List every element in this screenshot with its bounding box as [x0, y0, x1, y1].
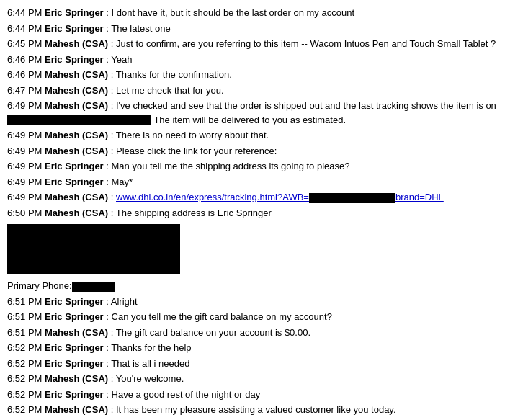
timestamp: 6:49 PM [7, 146, 45, 156]
speaker: Mahesh (CSA) [45, 85, 108, 96]
chat-line: 6:49 PM Mahesh (CSA) : www.dhl.co.in/en/… [7, 190, 498, 205]
timestamp: 6:44 PM [7, 23, 45, 34]
speaker: Eric Springer [45, 177, 104, 187]
speaker: Mahesh (CSA) [45, 100, 108, 111]
chat-line: 6:52 PM Eric Springer : That is all i ne… [7, 357, 498, 371]
message: : www.dhl.co.in/en/express/tracking.html… [108, 192, 444, 202]
chat-line: 6:45 PM Mahesh (CSA) : Just to confirm, … [7, 37, 498, 51]
speaker: Mahesh (CSA) [45, 192, 108, 202]
speaker: Eric Springer [45, 161, 104, 171]
chat-line: 6:50 PM Mahesh (CSA) : The shipping addr… [7, 206, 498, 220]
timestamp: 6:52 PM [7, 389, 45, 400]
speaker: Eric Springer [45, 7, 104, 18]
speaker: Eric Springer [45, 342, 104, 353]
message: : Please click the link for your referen… [108, 146, 277, 156]
phone-line: Primary Phone: [7, 279, 498, 293]
timestamp: 6:47 PM [7, 85, 45, 96]
chat-line: 6:52 PM Eric Springer : Thanks for the h… [7, 341, 498, 355]
speaker: Eric Springer [45, 23, 104, 34]
timestamp: 6:51 PM [7, 296, 45, 307]
message: : Yeah [104, 54, 133, 65]
chat-line: 6:49 PM Mahesh (CSA) : There is no need … [7, 128, 498, 143]
speaker: Mahesh (CSA) [45, 327, 108, 338]
redacted-content [309, 193, 395, 203]
speaker: Eric Springer [45, 311, 104, 322]
chat-line: 6:52 PM Mahesh (CSA) : It has been my pl… [7, 403, 498, 417]
message: : The latest one [104, 23, 171, 34]
chat-line: 6:46 PM Eric Springer : Yeah [7, 53, 498, 67]
message: : You're welcome. [108, 373, 184, 384]
timestamp: 6:52 PM [7, 404, 45, 415]
chat-line: 6:44 PM Eric Springer : I dont have it, … [7, 6, 498, 20]
timestamp: 6:45 PM [7, 38, 45, 49]
speaker: Mahesh (CSA) [45, 373, 108, 384]
chat-line: 6:47 PM Mahesh (CSA) : Let me check that… [7, 84, 498, 98]
message: : There is no need to worry about that. [108, 130, 269, 140]
message: : The gift card balance on your account … [108, 327, 310, 338]
chat-line: 6:49 PM Eric Springer : Man you tell me … [7, 159, 498, 174]
message: : Can you tell me the gift card balance … [104, 311, 332, 322]
tracking-link[interactable]: www.dhl.co.in/en/express/tracking.html?A… [116, 192, 444, 202]
redacted-phone [72, 282, 115, 292]
speaker: Mahesh (CSA) [45, 130, 108, 140]
speaker: Mahesh (CSA) [45, 69, 108, 80]
timestamp: 6:49 PM [7, 192, 45, 202]
message: : I dont have it, but it should be the l… [104, 7, 354, 18]
phone-label: Primary Phone: [7, 280, 72, 291]
item-text: The item will be delivered to you as est… [153, 115, 346, 125]
timestamp: 6:52 PM [7, 373, 45, 384]
timestamp: 6:49 PM [7, 177, 45, 187]
speaker: Mahesh (CSA) [45, 207, 108, 218]
chat-line: 6:51 PM Eric Springer : Can you tell me … [7, 310, 498, 324]
chat-line: 6:49 PM Eric Springer : May* [7, 175, 498, 189]
timestamp: 6:49 PM [7, 130, 45, 140]
chat-line: 6:52 PM Mahesh (CSA) : You're welcome. [7, 372, 498, 386]
chat-line: 6:46 PM Mahesh (CSA) : Thanks for the co… [7, 68, 498, 82]
message: : Have a good rest of the night or day [104, 389, 261, 400]
redacted-address-block [7, 224, 180, 274]
chat-line: 6:49 PM Mahesh (CSA) : I've checked and … [7, 99, 498, 127]
timestamp: 6:50 PM [7, 207, 45, 218]
message: : Man you tell me the shipping address i… [104, 161, 350, 171]
message: : Thanks for the confirmation. [108, 69, 232, 80]
chat-line: 6:51 PM Eric Springer : Alright [7, 295, 498, 309]
message: : Just to confirm, are you referring to … [108, 38, 496, 49]
chat-container: 6:44 PM Eric Springer : I dont have it, … [7, 6, 498, 420]
chat-line: 6:52 PM Eric Springer : Have a good rest… [7, 388, 498, 402]
message: : Alright [104, 296, 138, 307]
message: : May* [104, 177, 133, 187]
speaker: Eric Springer [45, 358, 104, 369]
timestamp: 6:46 PM [7, 54, 45, 65]
speaker: Eric Springer [45, 54, 104, 65]
speaker: Mahesh (CSA) [45, 146, 108, 156]
timestamp: 6:49 PM [7, 100, 45, 111]
timestamp: 6:52 PM [7, 358, 45, 369]
speaker: Eric Springer [45, 389, 104, 400]
message: : Let me check that for you. [108, 85, 223, 96]
speaker: Eric Springer [45, 296, 104, 307]
message: : Thanks for the help [104, 342, 192, 353]
speaker: Mahesh (CSA) [45, 38, 108, 49]
redacted-content [7, 115, 151, 125]
message: : That is all i needed [104, 358, 190, 369]
chat-line: 6:49 PM Mahesh (CSA) : Please click the … [7, 144, 498, 158]
speaker: Mahesh (CSA) [45, 404, 108, 415]
timestamp: 6:46 PM [7, 69, 45, 80]
timestamp: 6:51 PM [7, 327, 45, 338]
timestamp: 6:49 PM [7, 161, 45, 171]
timestamp: 6:44 PM [7, 7, 45, 18]
chat-line: 6:51 PM Mahesh (CSA) : The gift card bal… [7, 326, 498, 340]
timestamp: 6:51 PM [7, 311, 45, 322]
message: : The shipping address is Eric Springer [108, 207, 272, 218]
chat-line: 6:44 PM Eric Springer : The latest one [7, 22, 498, 36]
message: : It has been my pleasure assisting a va… [108, 404, 395, 415]
timestamp: 6:52 PM [7, 342, 45, 353]
